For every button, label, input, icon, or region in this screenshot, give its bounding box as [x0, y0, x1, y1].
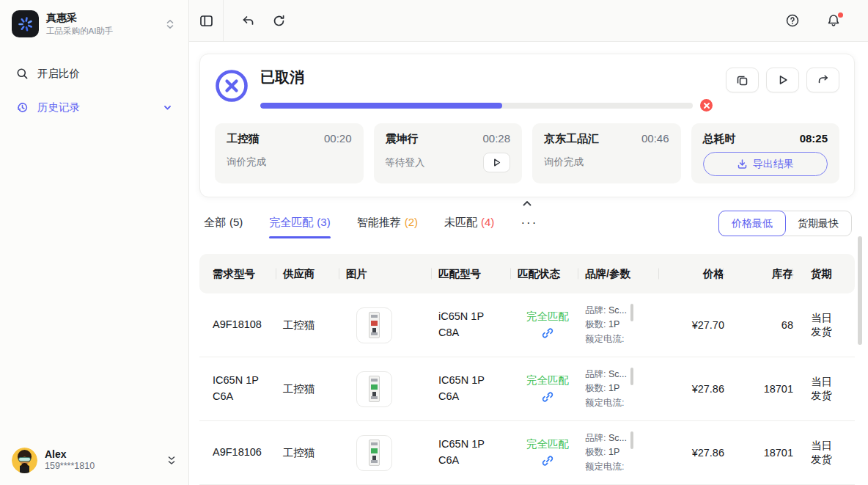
match-status-badge: 完全匹配 — [518, 437, 578, 451]
avatar — [12, 448, 37, 473]
app-header: 真惠采 工品采购的AI助手 — [0, 0, 188, 45]
match-status-badge: 完全匹配 — [518, 373, 578, 387]
sidebar-item-compare[interactable]: 开启比价 — [9, 58, 180, 89]
tab-all[interactable]: 全部(5) — [204, 216, 243, 238]
price: ¥27.86 — [664, 379, 729, 399]
delivery: 当日发货 — [798, 434, 843, 471]
stock: 18701 — [729, 379, 798, 399]
col-match-status: 匹配状态 — [516, 267, 584, 281]
sort-fastest-delivery[interactable]: 货期最快 — [785, 211, 851, 236]
topbar — [189, 0, 868, 42]
supplier: 工控猫 — [282, 442, 345, 464]
stock: 18701 — [729, 442, 798, 463]
sidebar: 真惠采 工品采购的AI助手 开启比价 历史记录 — [0, 0, 189, 485]
table-row: A9F18108 工控猫 iC65N 1P C8A 完全匹配 — [199, 293, 855, 357]
params-scrollbar[interactable] — [630, 431, 633, 465]
more-tabs-button[interactable]: ··· — [521, 216, 537, 239]
user-account[interactable]: Alex 159****1810 — [0, 437, 188, 485]
link-icon[interactable] — [542, 391, 553, 403]
delivery: 当日发货 — [798, 371, 843, 407]
col-supplier: 供应商 — [282, 267, 345, 281]
stock: 68 — [729, 315, 798, 335]
inquiry-status-card: 已取消 — [199, 54, 855, 197]
sidebar-menu: 开启比价 历史记录 — [0, 58, 188, 123]
sort-lowest-price[interactable]: 价格最低 — [718, 211, 786, 236]
list-controls: 全部(5) 完全匹配(3) 智能推荐(2) 未匹配(4) ··· 价格最低 货期… — [204, 211, 852, 244]
sidebar-item-label: 历史记录 — [37, 101, 80, 114]
redo-button[interactable] — [806, 68, 839, 92]
main-area: 已取消 — [189, 0, 868, 485]
app-tagline: 工品采购的AI助手 — [46, 26, 155, 36]
price: ¥27.86 — [664, 442, 729, 463]
supplier-play-button[interactable] — [483, 153, 510, 172]
supplier-card: 工控猫 00:20 询价完成 — [215, 123, 364, 183]
col-image: 图片 — [345, 267, 437, 281]
export-results-label: 导出结果 — [753, 158, 794, 171]
delivery: 当日发货 — [798, 307, 843, 343]
circuit-breaker-photo — [369, 376, 380, 402]
col-brand-params: 品牌/参数 — [584, 267, 664, 281]
back-button[interactable] — [232, 6, 263, 35]
supplier-time: 00:20 — [324, 132, 352, 145]
params-scrollbar[interactable] — [630, 304, 633, 338]
progress-cancel-button[interactable] — [700, 99, 713, 112]
table-header: 需求型号 供应商 图片 匹配型号 匹配状态 品牌/参数 价格 库存 货期 — [199, 254, 855, 293]
copy-button[interactable] — [726, 68, 759, 92]
tab-unmatched[interactable]: 未匹配(4) — [444, 216, 494, 238]
table-row: A9F18106 工控猫 IC65N 1P C6A 完全匹配 — [199, 421, 855, 485]
total-time-card: 总耗时 08:25 导出结果 — [691, 123, 840, 183]
supplier-card: 京东工品汇 00:46 询价完成 — [532, 123, 681, 183]
help-button[interactable] — [777, 6, 808, 35]
sidebar-toggle-button[interactable] — [189, 0, 224, 41]
supplier-name: 震坤行 — [386, 132, 419, 146]
redo-icon — [817, 73, 830, 87]
chevron-up-icon — [522, 200, 533, 207]
notifications-button[interactable] — [818, 6, 849, 35]
history-icon — [16, 101, 29, 114]
brand-params: 品牌: Sc... 极数: 1P 额定电流: — [585, 368, 627, 410]
supplier-name: 京东工品汇 — [544, 132, 599, 146]
table-row: IC65N 1P C6A 工控猫 IC65N 1P C6A 完全匹配 — [199, 357, 855, 421]
search-icon — [16, 68, 29, 80]
col-stock: 库存 — [729, 267, 798, 281]
price: ¥27.70 — [664, 315, 729, 335]
sidebar-item-label: 开启比价 — [37, 67, 80, 81]
supplier: 工控猫 — [282, 378, 345, 401]
app-logo — [12, 10, 39, 37]
double-chevron-down-icon[interactable] — [166, 455, 177, 467]
match-model: iC65N 1P C8A — [437, 305, 500, 346]
product-image[interactable] — [356, 435, 392, 471]
supplier-name: 工控猫 — [227, 132, 260, 146]
download-icon — [737, 158, 748, 169]
link-icon[interactable] — [542, 327, 553, 339]
refresh-button[interactable] — [263, 6, 294, 35]
filter-tabs: 全部(5) 完全匹配(3) 智能推荐(2) 未匹配(4) ··· — [204, 216, 537, 239]
page-scrollbar[interactable] — [858, 236, 862, 345]
demand-model: A9F18108 — [211, 313, 274, 338]
tab-full-match[interactable]: 完全匹配(3) — [269, 216, 330, 238]
sidebar-item-history[interactable]: 历史记录 — [9, 92, 180, 123]
product-image[interactable] — [356, 307, 392, 343]
col-delivery: 货期 — [798, 267, 843, 281]
match-model: IC65N 1P C6A — [437, 368, 500, 409]
copy-icon — [736, 74, 749, 87]
tab-smart-recommend[interactable]: 智能推荐(2) — [357, 216, 418, 238]
supplier-status: 询价完成 — [544, 156, 584, 169]
match-status-badge: 完全匹配 — [518, 310, 578, 324]
params-scrollbar[interactable] — [630, 368, 633, 401]
export-results-button[interactable]: 导出结果 — [703, 152, 828, 176]
workspace-select-icon[interactable] — [162, 15, 178, 33]
user-name: Alex — [45, 448, 159, 462]
match-model: IC65N 1P C6A — [437, 432, 500, 473]
sort-toggle-group: 价格最低 货期最快 — [718, 211, 852, 236]
product-image[interactable] — [356, 371, 392, 407]
progress-fill — [260, 103, 502, 109]
circuit-breaker-photo — [369, 312, 380, 338]
pinwheel-icon — [18, 16, 34, 32]
link-icon[interactable] — [542, 455, 553, 467]
total-time-label: 总耗时 — [703, 132, 736, 146]
supplier: 工控猫 — [282, 314, 345, 337]
play-button[interactable] — [766, 68, 799, 92]
app-title: 真惠采 — [46, 12, 155, 25]
collapse-card-button[interactable] — [516, 200, 539, 207]
